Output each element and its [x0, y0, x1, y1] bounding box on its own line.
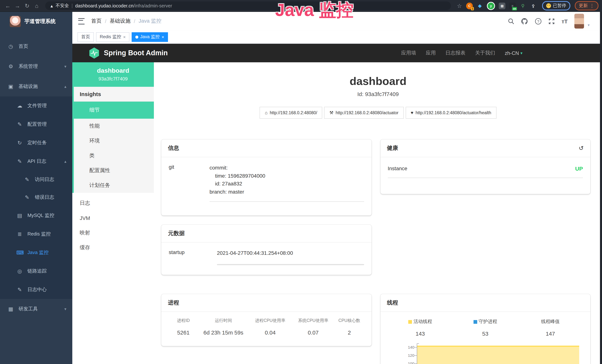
health-row-label: Instance: [388, 165, 407, 172]
sidebar-item-home[interactable]: ◷首页: [0, 36, 72, 56]
actuator-url-link[interactable]: ⚒http://192.168.0.2:48080/actuator: [324, 107, 404, 119]
extension-pin-icon[interactable]: ◆: [476, 2, 483, 9]
browser-toolbar: ← → ↻ ⌂ ▲ 不安全 dashboard.yudao.iocoder.cn…: [0, 0, 602, 12]
sba-item-classes[interactable]: 类: [74, 148, 154, 163]
status-badge: UP: [575, 165, 583, 172]
sidebar-item-job[interactable]: ↻定时任务: [0, 134, 72, 152]
extension-list-icon[interactable]: ≡on: [509, 2, 516, 9]
sba-item-caches[interactable]: 缓存: [72, 240, 154, 255]
breadcrumb-infra[interactable]: 基础设施: [110, 18, 130, 24]
menu-dots-icon[interactable]: ⋮: [590, 3, 594, 9]
instance-links: ⌂http://192.168.0.2:48080/ ⚒http://192.1…: [154, 107, 602, 119]
sidebar-item-mysql[interactable]: ▤MySQL 监控: [0, 206, 72, 225]
update-button[interactable]: 更新⋮: [575, 1, 599, 11]
daemon-threads-value: 53: [453, 331, 518, 337]
col-header: CPU核心数: [335, 318, 364, 323]
metadata-card-title: 元数据: [161, 225, 371, 243]
url-domain: dashboard.yudao.iocoder.cn: [75, 3, 133, 8]
sidebar-item-config[interactable]: ✎配置管理: [0, 115, 72, 134]
sba-item-details[interactable]: 细节: [74, 102, 154, 119]
app-logo-row[interactable]: 芋道管理系统: [0, 12, 72, 31]
close-icon[interactable]: ×: [161, 34, 164, 40]
chevron-down-icon: ▾: [520, 51, 522, 55]
hamburger-icon[interactable]: [78, 18, 85, 24]
main-sidebar: 芋道管理系统 ◷首页 ⚙系统管理▾ ▣基础设施▴ ☁文件管理 ✎配置管理 ↻定时…: [0, 12, 72, 364]
health-url-link[interactable]: ♥http://192.168.0.2:48080/actuator/healt…: [406, 107, 496, 119]
breadcrumb-home[interactable]: 首页: [91, 18, 102, 24]
avatar[interactable]: [574, 14, 584, 29]
sidebar-item-log-center[interactable]: ✎日志中心: [0, 280, 72, 299]
instance-name: dashboard: [72, 67, 154, 75]
sba-main: dashboard Id: 93a3fc7f7409 ⌂http://192.1…: [154, 62, 602, 364]
sidebar-item-java-monitor[interactable]: ⌨Java 监控: [0, 243, 72, 262]
instance-header[interactable]: dashboard 93a3fc7f7409: [72, 62, 154, 87]
security-label: 不安全: [56, 3, 69, 9]
page-title: dashboard: [154, 75, 602, 87]
forward-icon[interactable]: →: [13, 3, 22, 9]
sba-item-environment[interactable]: 环境: [74, 134, 154, 148]
address-bar[interactable]: ▲ 不安全 dashboard.yudao.iocoder.cn/infra/a…: [45, 1, 451, 10]
sidebar-item-trace[interactable]: ◎链路追踪: [0, 262, 72, 280]
help-icon[interactable]: ?: [535, 18, 542, 25]
extension-leaf-icon[interactable]: ⚲: [519, 2, 526, 9]
toolbox-icon: ▦: [7, 306, 14, 312]
sidebar-item-dev-tools[interactable]: ▦研发工具▾: [0, 299, 72, 319]
sba-item-mappings[interactable]: 映射: [72, 225, 154, 240]
sba-sidebar: dashboard 93a3fc7f7409 Insights 细节 性能 环境…: [72, 62, 154, 364]
sba-nav-about[interactable]: 关于我们: [475, 50, 495, 56]
metadata-row-label: startup: [169, 249, 217, 265]
paused-badge[interactable]: 已暂停: [542, 1, 570, 11]
service-url-link[interactable]: ⌂http://192.168.0.2:48080/: [260, 107, 322, 119]
sba-item-scheduled-tasks[interactable]: 计划任务: [74, 178, 154, 193]
back-icon[interactable]: ←: [4, 3, 12, 9]
sba-nav-applications[interactable]: 应用: [426, 50, 436, 56]
tag-home[interactable]: 首页: [77, 32, 94, 42]
sidebar-item-infra[interactable]: ▣基础设施▴: [0, 76, 72, 96]
tag-java[interactable]: Java 监控×: [132, 32, 168, 42]
y-tick: 100: [408, 361, 414, 364]
extension-icon-1[interactable]: C1: [466, 2, 473, 9]
svg-text:?: ?: [537, 19, 539, 23]
instance-id: 93a3fc7f7409: [72, 76, 154, 82]
close-icon[interactable]: ×: [123, 34, 126, 40]
row-divider: [217, 264, 364, 265]
extensions-puzzle-icon[interactable]: ⚴: [530, 2, 537, 9]
github-icon[interactable]: [521, 18, 528, 25]
health-card: 健康↺ Instance UP: [380, 139, 590, 194]
reload-icon[interactable]: ↻: [23, 2, 31, 9]
threads-chart: 140 120 100: [388, 343, 583, 364]
sidebar-item-api-log[interactable]: ✎API 日志▴: [0, 152, 72, 171]
threads-card: 线程 活动线程143 守护进程53 线程峰值147 140: [380, 294, 590, 364]
sidebar-item-file[interactable]: ☁文件管理: [0, 96, 72, 115]
sba-item-metrics[interactable]: 性能: [74, 119, 154, 134]
sba-nav-journal[interactable]: 日志报表: [445, 50, 465, 56]
sidebar-item-error-log[interactable]: ✎错误日志: [0, 188, 72, 206]
chevron-down-icon[interactable]: ▾: [588, 23, 590, 29]
history-icon[interactable]: ↺: [579, 145, 584, 152]
sidebar-item-redis[interactable]: ≣Redis 监控: [0, 225, 72, 243]
home-icon[interactable]: ⌂: [33, 3, 41, 9]
process-card-title: 进程: [161, 294, 371, 312]
sidebar-item-system[interactable]: ⚙系统管理▾: [0, 56, 72, 76]
window-scrollbar[interactable]: [600, 11, 602, 364]
tag-redis[interactable]: Redis 监控×: [96, 32, 129, 42]
sba-item-logfile[interactable]: 日志: [72, 196, 154, 211]
sidebar-item-access-log[interactable]: ✎访问日志: [0, 171, 72, 188]
insights-group-label[interactable]: Insights: [74, 87, 154, 102]
extension-y-icon[interactable]: y: [487, 2, 495, 10]
top-navbar: 首页 / 基础设施 / Java 监控 ? ᴛT ▾: [72, 12, 602, 30]
cloud-upload-icon: ☁: [16, 103, 23, 109]
sba-nav-wall[interactable]: 应用墙: [401, 50, 416, 56]
bookmark-star-icon[interactable]: ☆: [455, 2, 463, 9]
col-header: 系统CPU使用率: [292, 318, 335, 323]
sba-language-select[interactable]: zh-CN▾: [505, 50, 522, 56]
app-logo: [10, 16, 21, 27]
fullscreen-icon[interactable]: [548, 18, 555, 24]
breadcrumb-current: Java 监控: [139, 18, 161, 24]
sba-item-jvm[interactable]: JVM: [72, 211, 154, 225]
extension-grid-icon[interactable]: ▦: [499, 2, 505, 9]
sba-item-config-props[interactable]: 配置属性: [74, 163, 154, 178]
sba-brand[interactable]: Spring Boot Admin: [89, 47, 168, 59]
font-size-icon[interactable]: ᴛT: [562, 18, 568, 24]
search-icon[interactable]: [508, 18, 515, 24]
